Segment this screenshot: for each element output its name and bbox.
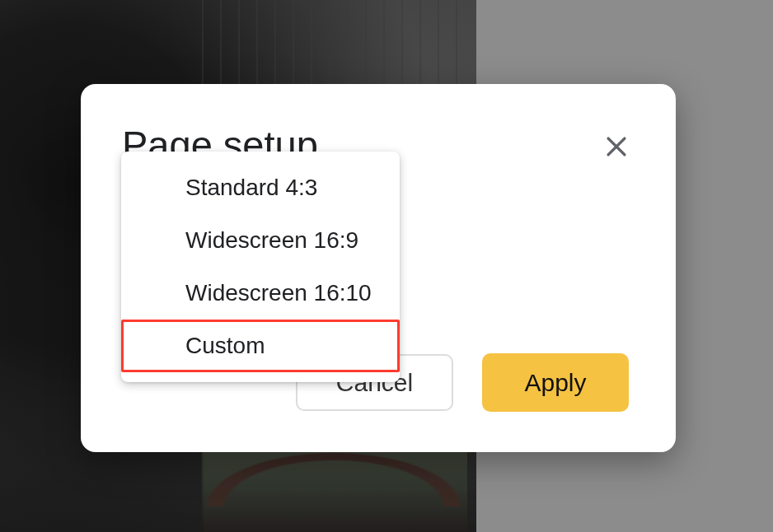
- dropdown-option-label: Widescreen 16:9: [185, 227, 358, 254]
- close-icon: [602, 133, 630, 164]
- dropdown-option-label: Standard 4:3: [185, 175, 317, 201]
- dropdown-option-standard-4-3[interactable]: Standard 4:3: [121, 161, 400, 214]
- apply-button-label: Apply: [524, 369, 586, 397]
- page-size-dropdown: Standard 4:3 Widescreen 16:9 Widescreen …: [121, 152, 400, 382]
- close-button[interactable]: [598, 130, 635, 166]
- app-stage: T CO ROAD TR Page setup Cancel Apply Sta…: [0, 0, 773, 532]
- apply-button[interactable]: Apply: [482, 353, 629, 412]
- dropdown-option-label: Widescreen 16:10: [185, 280, 372, 306]
- dropdown-option-widescreen-16-10[interactable]: Widescreen 16:10: [121, 267, 400, 320]
- dropdown-option-label: Custom: [185, 333, 265, 359]
- dropdown-option-custom[interactable]: Custom: [121, 320, 400, 372]
- dropdown-option-widescreen-16-9[interactable]: Widescreen 16:9: [121, 214, 400, 267]
